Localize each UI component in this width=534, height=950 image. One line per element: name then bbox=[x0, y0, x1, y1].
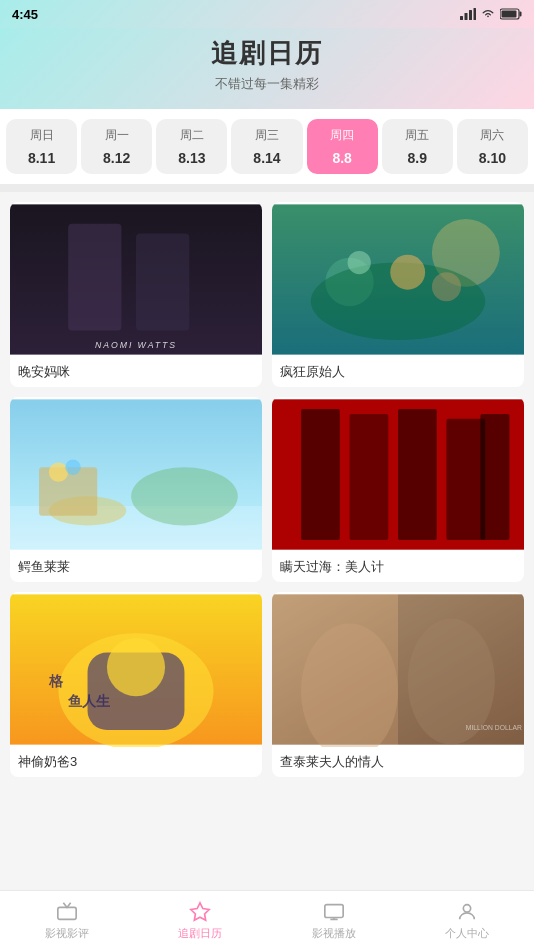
bottom-nav: 影视影评 追剧日历 影视播放 个人中心 bbox=[0, 890, 534, 950]
svg-rect-31 bbox=[480, 414, 509, 540]
svg-text:NAOMI WATTS: NAOMI WATTS bbox=[95, 340, 177, 350]
svg-rect-9 bbox=[136, 233, 189, 330]
day-card-3[interactable]: 周三 8.14 bbox=[231, 119, 302, 174]
svg-rect-29 bbox=[398, 409, 437, 540]
movie-title-3: 瞒天过海：美人计 bbox=[272, 552, 524, 582]
svg-rect-6 bbox=[502, 11, 517, 18]
movie-title-5: 查泰莱夫人的情人 bbox=[272, 747, 524, 777]
svg-rect-2 bbox=[469, 10, 472, 20]
svg-point-16 bbox=[348, 251, 371, 274]
day-name-2: 周二 bbox=[160, 127, 223, 144]
nav-label-1: 追剧日历 bbox=[178, 926, 222, 941]
divider bbox=[0, 184, 534, 192]
status-icons bbox=[460, 8, 522, 20]
day-date-6: 8.10 bbox=[461, 150, 524, 166]
nav-item-1[interactable]: 追剧日历 bbox=[134, 895, 268, 947]
movie-card-0[interactable]: NAOMI WATTS 晚安妈咪 bbox=[10, 202, 262, 387]
nav-icon-2 bbox=[323, 901, 345, 923]
day-name-0: 周日 bbox=[10, 127, 73, 144]
movie-card-5[interactable]: MILLION DOLLAR 查泰莱夫人的情人 bbox=[272, 592, 524, 777]
movie-grid-section: NAOMI WATTS 晚安妈咪 疯狂原始人 bbox=[0, 192, 534, 920]
svg-rect-44 bbox=[58, 907, 76, 919]
header-subtitle: 不错过每一集精彩 bbox=[0, 75, 534, 93]
movie-card-1[interactable]: 疯狂原始人 bbox=[272, 202, 524, 387]
movie-title-0: 晚安妈咪 bbox=[10, 357, 262, 387]
nav-item-2[interactable]: 影视播放 bbox=[267, 895, 401, 947]
day-date-3: 8.14 bbox=[235, 150, 298, 166]
day-card-0[interactable]: 周日 8.11 bbox=[6, 119, 77, 174]
svg-text:格: 格 bbox=[48, 674, 64, 689]
svg-rect-30 bbox=[446, 419, 485, 540]
movie-card-2[interactable]: 鳄鱼莱莱 bbox=[10, 397, 262, 582]
svg-rect-27 bbox=[301, 409, 340, 540]
day-card-1[interactable]: 周一 8.12 bbox=[81, 119, 152, 174]
day-date-0: 8.11 bbox=[10, 150, 73, 166]
svg-rect-8 bbox=[68, 224, 121, 331]
movie-poster-2 bbox=[10, 397, 262, 552]
movie-card-3[interactable]: 瞒天过海：美人计 bbox=[272, 397, 524, 582]
svg-rect-28 bbox=[350, 414, 389, 540]
nav-icon-0 bbox=[56, 901, 78, 923]
svg-point-35 bbox=[107, 638, 165, 696]
day-name-5: 周五 bbox=[386, 127, 449, 144]
wifi-icon bbox=[480, 8, 496, 20]
nav-label-0: 影视影评 bbox=[45, 926, 89, 941]
svg-text:MILLION DOLLAR: MILLION DOLLAR bbox=[466, 724, 522, 731]
header-title: 追剧日历 bbox=[0, 36, 534, 71]
nav-label-3: 个人中心 bbox=[445, 926, 489, 941]
movie-title-1: 疯狂原始人 bbox=[272, 357, 524, 387]
calendar-section: 周日 8.11 周一 8.12 周二 8.13 周三 8.14 周四 8.8 周… bbox=[0, 109, 534, 184]
movie-poster-4: 格 鱼人生 bbox=[10, 592, 262, 747]
svg-marker-45 bbox=[191, 902, 209, 919]
movie-poster-1 bbox=[272, 202, 524, 357]
movie-poster-5: MILLION DOLLAR bbox=[272, 592, 524, 747]
svg-rect-21 bbox=[39, 467, 97, 515]
svg-rect-3 bbox=[474, 8, 477, 20]
calendar-row: 周日 8.11 周一 8.12 周二 8.13 周三 8.14 周四 8.8 周… bbox=[6, 119, 528, 174]
movie-title-4: 神偷奶爸3 bbox=[10, 747, 262, 777]
signal-icon bbox=[460, 8, 476, 20]
nav-item-0[interactable]: 影视影评 bbox=[0, 895, 134, 947]
nav-label-2: 影视播放 bbox=[312, 926, 356, 941]
status-bar: 4:45 bbox=[0, 0, 534, 28]
day-date-1: 8.12 bbox=[85, 150, 148, 166]
movie-poster-0: NAOMI WATTS bbox=[10, 202, 262, 357]
movie-poster-3 bbox=[272, 397, 524, 552]
day-card-2[interactable]: 周二 8.13 bbox=[156, 119, 227, 174]
battery-icon bbox=[500, 8, 522, 20]
day-date-2: 8.13 bbox=[160, 150, 223, 166]
movie-card-4[interactable]: 格 鱼人生 神偷奶爸3 bbox=[10, 592, 262, 777]
svg-point-47 bbox=[464, 904, 471, 911]
svg-point-23 bbox=[49, 462, 68, 481]
movie-grid: NAOMI WATTS 晚安妈咪 疯狂原始人 bbox=[10, 202, 524, 777]
svg-point-15 bbox=[390, 255, 425, 290]
day-name-6: 周六 bbox=[461, 127, 524, 144]
nav-icon-1 bbox=[189, 901, 211, 923]
day-name-3: 周三 bbox=[235, 127, 298, 144]
day-name-4: 周四 bbox=[311, 127, 374, 144]
day-card-4[interactable]: 周四 8.8 bbox=[307, 119, 378, 174]
day-name-1: 周一 bbox=[85, 127, 148, 144]
movie-title-2: 鳄鱼莱莱 bbox=[10, 552, 262, 582]
svg-point-22 bbox=[131, 467, 238, 525]
header: 追剧日历 不错过每一集精彩 bbox=[0, 28, 534, 109]
svg-text:鱼人生: 鱼人生 bbox=[67, 693, 110, 709]
nav-item-3[interactable]: 个人中心 bbox=[401, 895, 535, 947]
svg-point-24 bbox=[65, 459, 81, 475]
status-time: 4:45 bbox=[12, 7, 38, 22]
day-date-5: 8.9 bbox=[386, 150, 449, 166]
day-card-6[interactable]: 周六 8.10 bbox=[457, 119, 528, 174]
svg-point-17 bbox=[432, 272, 461, 301]
svg-rect-5 bbox=[520, 12, 522, 17]
day-date-4: 8.8 bbox=[311, 150, 374, 166]
svg-rect-0 bbox=[460, 16, 463, 20]
day-card-5[interactable]: 周五 8.9 bbox=[382, 119, 453, 174]
svg-rect-1 bbox=[465, 13, 468, 20]
nav-icon-3 bbox=[456, 901, 478, 923]
svg-rect-46 bbox=[325, 904, 343, 917]
